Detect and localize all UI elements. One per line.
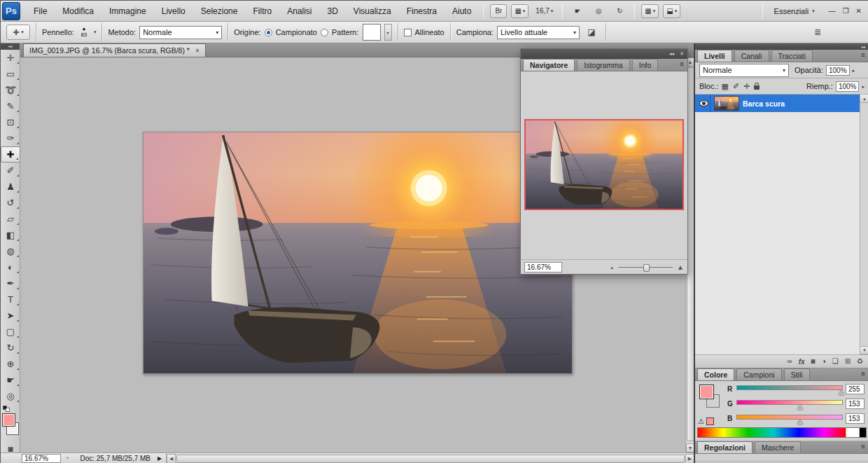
fill-value[interactable]: 100% bbox=[836, 81, 860, 92]
layer-mask-icon[interactable]: ◙ bbox=[811, 358, 816, 365]
tab-layers[interactable]: Livelli bbox=[697, 50, 732, 62]
arrange-documents-button[interactable]: ▦ ▾ bbox=[641, 4, 659, 18]
menu-item-aiuto[interactable]: Aiuto bbox=[444, 1, 479, 22]
brush-tool[interactable]: ✐ bbox=[1, 163, 20, 179]
link-layers-icon[interactable]: ∞ bbox=[788, 358, 792, 365]
tab-masks[interactable]: Maschere bbox=[755, 441, 801, 453]
blend-method-select[interactable]: Normale ▾ bbox=[139, 26, 222, 39]
tools-panel-grip[interactable]: ◂◂ bbox=[1, 43, 20, 50]
sampled-radio[interactable] bbox=[265, 29, 272, 36]
red-slider-thumb[interactable] bbox=[839, 390, 844, 395]
scroll-up-arrow[interactable]: ▲ bbox=[860, 95, 868, 103]
menu-item-finestra[interactable]: Finestra bbox=[399, 1, 444, 22]
panel-menu-icon[interactable]: ≡ bbox=[861, 443, 865, 450]
layer-style-icon[interactable]: fx bbox=[799, 358, 805, 366]
rotate-3d-tool[interactable]: ↻ bbox=[1, 340, 20, 356]
red-value-field[interactable]: 255 bbox=[846, 384, 864, 394]
chevron-down-icon[interactable]: ▾ bbox=[94, 29, 97, 35]
zoom-tool[interactable]: ◎ bbox=[1, 388, 20, 404]
zoom-level-control[interactable]: 16,7 ▾ bbox=[533, 4, 556, 18]
tab-styles[interactable]: Stili bbox=[784, 368, 810, 380]
green-value-field[interactable]: 153 bbox=[846, 399, 864, 409]
panel-menu-icon[interactable]: ≡ bbox=[680, 61, 684, 68]
menu-item-immagine[interactable]: Immagine bbox=[102, 1, 154, 22]
menu-item-visualizza[interactable]: Visualizza bbox=[346, 1, 399, 22]
pattern-picker-arrow[interactable]: ▾ bbox=[384, 24, 392, 41]
menu-item-livello[interactable]: Livello bbox=[154, 1, 193, 22]
sample-select[interactable]: Livello attuale ▾ bbox=[497, 26, 580, 39]
adjustment-layer-icon[interactable]: ◑ bbox=[822, 358, 826, 365]
panel-menu-icon[interactable]: ≡ bbox=[861, 371, 865, 378]
lock-all-icon[interactable] bbox=[754, 85, 760, 90]
pen-tool[interactable]: ✒ bbox=[1, 275, 20, 291]
horizontal-scroll-thumb[interactable] bbox=[176, 455, 685, 463]
navigator-zoom-field[interactable]: 16.67% bbox=[524, 262, 562, 272]
pattern-swatch[interactable] bbox=[363, 24, 381, 41]
layer-thumbnail[interactable] bbox=[714, 96, 739, 111]
visibility-cell[interactable] bbox=[698, 95, 710, 112]
lock-position-icon[interactable]: ✛ bbox=[743, 83, 750, 90]
lock-pixels-icon[interactable]: ✐ bbox=[733, 83, 739, 90]
gamut-warning[interactable]: ⚠ bbox=[698, 417, 714, 425]
collapse-panel-icon[interactable]: ◂◂ bbox=[669, 51, 674, 57]
blue-value-field[interactable]: 153 bbox=[846, 413, 864, 424]
shape-tool[interactable]: ▢ bbox=[1, 324, 20, 340]
layer-list-scrollbar[interactable]: ▲ ▼ bbox=[860, 95, 868, 354]
navigator-zoom-slider[interactable] bbox=[618, 263, 673, 272]
fill-spinner-icon[interactable]: ▸ bbox=[862, 84, 864, 89]
red-slider[interactable] bbox=[736, 384, 843, 394]
path-selection-tool[interactable]: ➤ bbox=[1, 307, 20, 324]
status-zoom-field[interactable]: 16.67% bbox=[22, 454, 61, 463]
menu-item-analisi[interactable]: Analisi bbox=[279, 1, 319, 22]
tab-histogram[interactable]: Istogramma bbox=[577, 59, 629, 71]
sailboat-sunset-photo[interactable] bbox=[143, 132, 573, 374]
lock-transparent-icon[interactable]: ▦ bbox=[722, 83, 729, 90]
ignore-adjustment-layers-button[interactable]: ◪ bbox=[583, 25, 600, 40]
slider-thumb[interactable] bbox=[643, 264, 650, 272]
scroll-down-arrow[interactable]: ▼ bbox=[860, 346, 868, 354]
blur-tool[interactable]: ◍ bbox=[1, 243, 20, 259]
menu-item-filtro[interactable]: Filtro bbox=[245, 1, 279, 22]
quick-selection-tool[interactable]: ✎ bbox=[1, 98, 20, 114]
restore-button[interactable]: ❐ bbox=[843, 7, 849, 15]
close-button[interactable]: ✕ bbox=[856, 7, 862, 15]
view-extras-button[interactable]: ▦ ▾ bbox=[511, 4, 528, 18]
hand-tool-button[interactable]: ☛ bbox=[569, 4, 586, 18]
ps-logo[interactable]: Ps bbox=[2, 2, 20, 20]
scroll-left-arrow[interactable]: ◀ bbox=[167, 454, 176, 463]
blend-mode-select[interactable]: Normale ▾ bbox=[699, 64, 789, 77]
green-slider[interactable] bbox=[736, 399, 843, 408]
zoom-tool-button[interactable]: ◎ bbox=[590, 4, 607, 18]
horizontal-scrollbar[interactable]: ◀ ▶ bbox=[166, 454, 694, 463]
tool-preset-picker[interactable]: ✚ ▾ bbox=[6, 25, 30, 40]
default-colors-icon[interactable] bbox=[3, 406, 10, 412]
brush-preview[interactable]: ● 83 bbox=[78, 27, 90, 38]
layer-row-barca-scura[interactable]: Barca scura bbox=[695, 95, 860, 112]
zoom-in-icon[interactable]: ▲ bbox=[677, 264, 684, 271]
document-tab[interactable]: IMG_0019.JPG @ 16.7% (Barca scura, RGB/8… bbox=[23, 43, 206, 57]
dodge-tool[interactable]: ◐ bbox=[1, 259, 20, 275]
status-flyout-arrow[interactable]: ▶ bbox=[158, 455, 162, 462]
menu-item-3d[interactable]: 3D bbox=[320, 1, 346, 22]
blue-slider[interactable] bbox=[736, 413, 843, 423]
tab-navigator[interactable]: Navigatore bbox=[523, 59, 575, 71]
blue-slider-thumb[interactable] bbox=[797, 420, 803, 424]
tab-paths[interactable]: Tracciati bbox=[771, 50, 813, 62]
menu-item-file[interactable]: File bbox=[26, 1, 55, 22]
crop-tool[interactable]: ⊡ bbox=[1, 114, 20, 130]
orbit-3d-tool[interactable]: ⊕ bbox=[1, 356, 20, 372]
pattern-radio[interactable] bbox=[321, 29, 328, 36]
collapse-dock-icon[interactable]: ◂◂ bbox=[861, 44, 865, 49]
screen-mode-button[interactable]: ⬓ ▾ bbox=[663, 4, 680, 18]
close-panel-icon[interactable]: ✕ bbox=[680, 51, 684, 57]
green-slider-thumb[interactable] bbox=[797, 405, 803, 410]
tab-info[interactable]: Info bbox=[632, 59, 659, 71]
foreground-color-swatch[interactable] bbox=[2, 413, 15, 427]
type-tool[interactable]: T bbox=[1, 291, 20, 307]
lasso-tool[interactable]: ➰ bbox=[1, 82, 20, 98]
new-layer-icon[interactable]: ⊞ bbox=[845, 358, 850, 365]
zoom-out-icon[interactable]: ▲ bbox=[610, 265, 614, 270]
navigator-proxy-view[interactable] bbox=[524, 119, 684, 210]
gradient-tool[interactable]: ◧ bbox=[1, 227, 20, 243]
gamut-color-swatch[interactable] bbox=[706, 417, 714, 425]
